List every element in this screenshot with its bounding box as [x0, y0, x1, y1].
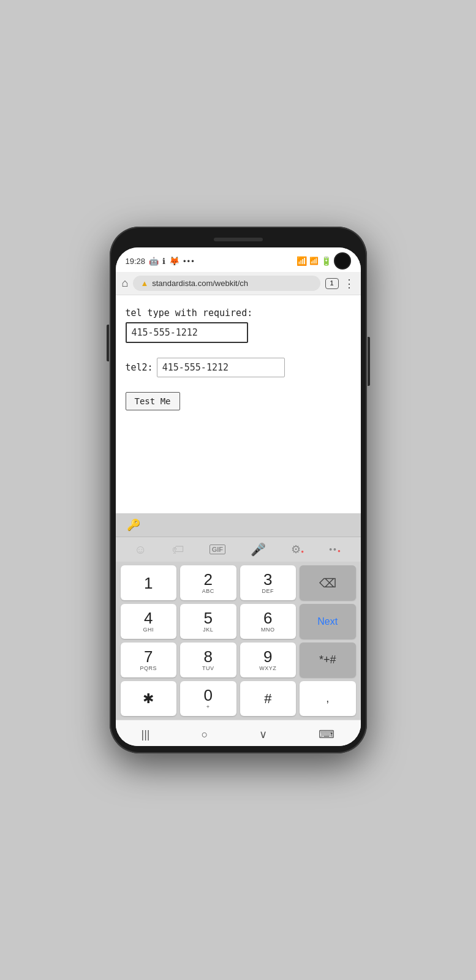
key-icon[interactable]: 🔑 [123, 517, 144, 533]
key-2-letters: ABC [202, 588, 214, 594]
keyboard-toolbar: 🔑 [116, 513, 361, 537]
test-me-button[interactable]: Test Me [126, 392, 180, 410]
recents-nav-button[interactable]: ∨ [252, 725, 274, 744]
speaker [214, 238, 263, 241]
status-icons: 📶 📶 🔋 [297, 252, 351, 270]
key-next[interactable]: Next [300, 604, 356, 639]
browser-bar: ⌂ ▲ standardista.com/webkit/ch 1 ⋮ [116, 272, 361, 295]
status-left: 19:28 🤖 ℹ 🦊 ••• [126, 256, 195, 266]
browser-menu[interactable]: ⋮ [344, 277, 355, 290]
key-7[interactable]: 7 PQRS [121, 643, 177, 677]
tel2-label: tel2: [126, 362, 153, 373]
key-7-number: 7 [144, 649, 153, 665]
key-hash-symbol: # [264, 692, 271, 706]
key-asterisk-symbol: ✱ [143, 692, 154, 706]
key-0[interactable]: 0 + [180, 681, 236, 716]
status-bar: 19:28 🤖 ℹ 🦊 ••• 📶 📶 🔋 [116, 247, 361, 272]
wifi-icon: 📶 [297, 256, 307, 266]
test-group: Test Me [126, 392, 351, 410]
key-0-plus: + [206, 704, 210, 710]
numpad-grid: 1 2 ABC 3 DEF ⌫ 4 GHI [116, 562, 361, 720]
key-2-number: 2 [204, 571, 213, 587]
url-text: standardista.com/webkit/ch [152, 279, 248, 288]
keyboard-nav-button[interactable]: ⌨ [311, 725, 342, 744]
home-button[interactable]: ⌂ [122, 277, 129, 290]
key-9-number: 9 [263, 649, 272, 665]
tel2-row: tel2: [126, 358, 351, 377]
key-4[interactable]: 4 GHI [121, 604, 177, 639]
key-2[interactable]: 2 ABC [180, 565, 236, 600]
key-8[interactable]: 8 TUV [180, 643, 236, 677]
key-7-letters: PQRS [140, 665, 157, 671]
key-8-letters: TUV [202, 665, 214, 671]
key-6[interactable]: 6 MNO [240, 604, 297, 639]
key-hash[interactable]: # [240, 681, 297, 716]
key-5-letters: JKL [203, 627, 213, 633]
key-comma[interactable]: , [300, 681, 356, 716]
url-bar[interactable]: ▲ standardista.com/webkit/ch [133, 276, 320, 291]
key-8-number: 8 [204, 649, 213, 665]
key-5[interactable]: 5 JKL [180, 604, 236, 639]
signal-icon: 📶 [309, 257, 319, 265]
back-nav-button[interactable]: ||| [134, 726, 157, 744]
key-9[interactable]: 9 WXYZ [240, 643, 297, 677]
comma-symbol: , [326, 692, 329, 705]
keyboard-section: 🔑 ☺ 🏷 GIF 🎤 ⚙● ••● 1 2 ABC [116, 513, 361, 746]
key-6-letters: MNO [261, 627, 275, 633]
tel-required-group: tel type with required: [126, 307, 351, 343]
backspace-icon: ⌫ [319, 576, 336, 590]
key-3-number: 3 [263, 571, 272, 587]
phone-screen: 19:28 🤖 ℹ 🦊 ••• 📶 📶 🔋 ⌂ ▲ standardista.c… [116, 247, 361, 746]
more-icon[interactable]: ••● [329, 545, 342, 554]
key-3[interactable]: 3 DEF [240, 565, 297, 600]
tel-input-focused[interactable] [126, 322, 248, 343]
mic-icon[interactable]: 🎤 [251, 542, 266, 557]
tab-count[interactable]: 1 [325, 278, 339, 289]
key-star-plus-hash[interactable]: *+# [300, 643, 356, 677]
key-4-number: 4 [144, 610, 153, 626]
settings-icon[interactable]: ⚙● [291, 543, 304, 556]
key-6-number: 6 [263, 610, 272, 626]
battery-icon: 🔋 [321, 256, 331, 266]
key-asterisk[interactable]: ✱ [121, 681, 177, 716]
tel2-input[interactable] [157, 358, 285, 377]
key-4-letters: GHI [143, 627, 154, 633]
page-content: tel type with required: tel2: Test Me [116, 295, 361, 513]
phone-frame: 19:28 🤖 ℹ 🦊 ••• 📶 📶 🔋 ⌂ ▲ standardista.c… [110, 227, 367, 753]
key-5-number: 5 [204, 610, 213, 626]
tel2-group: tel2: [126, 358, 351, 377]
warning-icon: ▲ [140, 279, 148, 288]
gif-icon[interactable]: GIF [210, 545, 225, 554]
more-dots: ••• [183, 257, 195, 266]
sticker-icon[interactable]: 🏷 [172, 543, 184, 557]
firefox-icon: 🦊 [169, 256, 179, 266]
front-camera [334, 252, 351, 270]
key-9-letters: WXYZ [259, 665, 276, 671]
android-icon: 🤖 [149, 257, 159, 266]
key-1-number: 1 [144, 575, 153, 591]
keyboard-emoji-row: ☺ 🏷 GIF 🎤 ⚙● ••● [116, 537, 361, 562]
time-display: 19:28 [126, 257, 146, 266]
key-backspace[interactable]: ⌫ [300, 565, 356, 600]
key-0-number: 0 [204, 687, 213, 703]
star-plus-hash-icon: *+# [319, 654, 336, 666]
tel-label: tel type with required: [126, 307, 351, 318]
smiley-icon[interactable]: ☺ [134, 543, 146, 557]
bottom-nav: ||| ○ ∨ ⌨ [116, 720, 361, 746]
next-label: Next [317, 616, 338, 627]
home-nav-button[interactable]: ○ [194, 726, 216, 744]
key-3-letters: DEF [262, 588, 274, 594]
key-1[interactable]: 1 [121, 565, 177, 600]
info-icon: ℹ [162, 257, 165, 266]
